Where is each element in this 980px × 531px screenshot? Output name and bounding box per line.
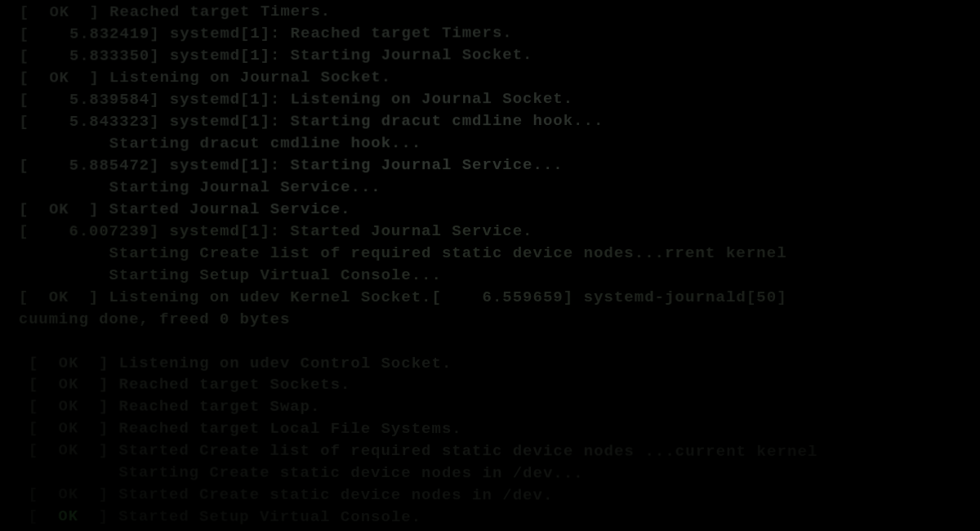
- log-line: [ 5.885472] systemd[1]: Starting Journal…: [19, 154, 965, 176]
- log-line: [19, 330, 966, 353]
- status-bracket-open: [: [18, 507, 58, 525]
- log-line: Starting Create list of required static …: [19, 242, 966, 264]
- log-line: Starting Create static device nodes in /…: [18, 462, 966, 485]
- log-line: [ OK ] Reached target Local File Systems…: [18, 418, 966, 442]
- log-line: [ OK ] Started Create static device node…: [18, 484, 966, 508]
- log-line: [ 5.839584] systemd[1]: Listening on Jou…: [19, 87, 965, 111]
- log-line-latest: [ OK ] Started Setup Virtual Console.: [18, 506, 966, 530]
- log-line: [ OK ] Reached target Swap.: [19, 396, 967, 420]
- log-line: Starting dracut cmdline hook...: [19, 132, 965, 155]
- log-line: [ 6.007239] systemd[1]: Started Journal …: [19, 220, 966, 243]
- log-line: cuuming done, freed 0 bytes: [19, 308, 966, 330]
- status-ok: OK: [58, 507, 78, 525]
- log-line: [ OK ] Listening on udev Control Socket.: [19, 352, 967, 375]
- log-line: [ OK ] Listening on udev Kernel Socket.[…: [19, 287, 966, 309]
- status-message: ] Started Setup Virtual Console.: [78, 507, 421, 526]
- log-line: Starting Setup Virtual Console...: [19, 265, 966, 287]
- log-line: [ OK ] Listening on Journal Socket.: [20, 65, 966, 89]
- log-line: [ 5.832419] systemd[1]: Reached target T…: [20, 21, 965, 46]
- log-line: [ OK ] Reached target Timers.: [20, 0, 965, 24]
- log-line: [ 5.843323] systemd[1]: Starting dracut …: [19, 109, 965, 133]
- log-line: [ OK ] Reached target Sockets.: [19, 374, 967, 397]
- log-line: [ OK ] Started Create list of required s…: [18, 440, 966, 464]
- log-line: [ OK ] Started Journal Service.: [19, 198, 966, 221]
- log-line: Starting Journal Service...: [19, 176, 965, 199]
- log-line: [ 5.833350] systemd[1]: Starting Journal…: [20, 43, 966, 68]
- boot-console: [ OK ] Reached target Timers. [ 5.832419…: [2, 0, 980, 530]
